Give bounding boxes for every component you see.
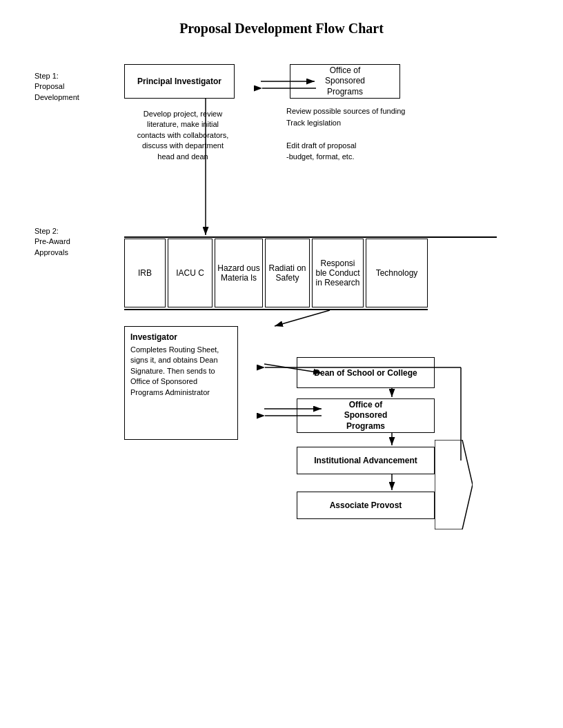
flowchart: Step 1:Proposal Development Principal In…: [34, 57, 542, 574]
principal-investigator-box: Principal Investigator: [124, 64, 235, 99]
office-sponsored-programs-box-1: Office of Sponsored Programs: [290, 64, 400, 99]
investigator-box: Investigator Completes Routing Sheet, si…: [124, 326, 238, 440]
iacuc-box: IACU C: [168, 239, 213, 307]
associate-provost-box: Associate Provost: [297, 492, 435, 519]
step2-label: Step 2:Pre-Award Approvals: [34, 226, 103, 258]
institutional-advancement-box: Institutional Advancement: [297, 447, 435, 474]
page-title: Proposal Development Flow Chart: [28, 21, 535, 37]
pentagon-shape: [435, 440, 473, 529]
page: Proposal Development Flow Chart Step 1:P…: [0, 0, 563, 728]
technology-box: Technology: [366, 239, 428, 307]
office-sponsored-programs-box-2: Office of Sponsored Programs: [297, 398, 435, 433]
investigator-desc: Completes Routing Sheet, signs it, and o…: [130, 345, 232, 398]
irb-box: IRB: [124, 239, 166, 307]
step1-label: Step 1:Proposal Development: [34, 71, 103, 103]
osp-desc-text: Review possible sources of funding Track…: [286, 105, 424, 163]
divider-line-2: [124, 309, 428, 310]
responsible-box: Responsi ble Conduct in Research: [312, 239, 364, 307]
investigator-title: Investigator: [130, 332, 177, 342]
divider-line: [124, 236, 497, 238]
pi-desc-text: Develop project, review literature, make…: [124, 109, 241, 162]
svg-line-6: [275, 310, 330, 326]
radiation-box: Radiati on Safety: [265, 239, 310, 307]
hazardous-box: Hazard ous Materia ls: [215, 239, 263, 307]
dean-box: Dean of School or College: [297, 357, 435, 388]
svg-marker-0: [435, 440, 473, 529]
